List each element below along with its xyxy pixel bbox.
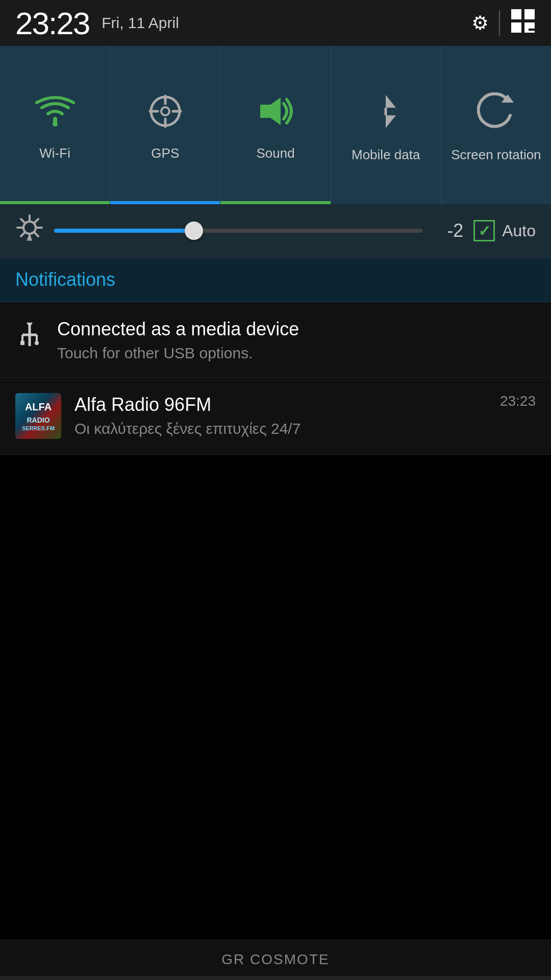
qs-tile-wifi-bar: [0, 201, 110, 204]
divider: [499, 10, 500, 36]
mobile-data-icon: [368, 92, 404, 139]
qs-tile-mobile-bar: [331, 201, 441, 204]
svg-marker-13: [386, 95, 396, 108]
clock: 23:23: [15, 5, 89, 41]
qs-tile-rotation-label: Screen rotation: [451, 147, 541, 163]
radio-logo: ALFARADIO SERRES.FM: [15, 393, 61, 439]
brightness-thumb[interactable]: [185, 222, 203, 240]
qs-tile-screen-rotation[interactable]: Screen rotation: [441, 46, 551, 204]
svg-text:A: A: [27, 234, 33, 242]
brightness-value: -2: [433, 220, 463, 241]
gps-icon: [147, 93, 183, 137]
qs-tile-wifi-label: Wi-Fi: [39, 145, 70, 161]
svg-point-5: [53, 121, 58, 127]
svg-line-23: [35, 233, 38, 236]
svg-line-24: [35, 219, 38, 223]
svg-point-17: [23, 222, 36, 234]
status-icons: ⚙: [471, 8, 536, 38]
svg-line-25: [21, 233, 24, 236]
notification-item-usb[interactable]: Connected as a media device Touch for ot…: [0, 302, 551, 378]
radio-notification-title: Alfa Radio 96FM: [74, 393, 211, 417]
svg-marker-12: [260, 97, 281, 125]
radio-notification-subtitle: Οι καλύτερες ξένες επιτυχίες 24/7: [74, 420, 536, 437]
brightness-settings-icon[interactable]: A: [15, 213, 44, 248]
auto-brightness-label: Auto: [502, 222, 536, 240]
qs-tile-sound-label: Sound: [256, 145, 294, 161]
date: Fri, 11 April: [102, 14, 179, 32]
qs-tile-mobile-data-label: Mobile data: [352, 147, 420, 163]
qs-tile-gps-label: GPS: [151, 145, 179, 161]
rotation-icon: [477, 92, 515, 139]
svg-rect-0: [511, 9, 521, 19]
svg-line-22: [21, 219, 24, 223]
qs-tile-sound[interactable]: Sound: [220, 46, 331, 204]
wifi-icon: [35, 93, 76, 137]
usb-notification-title: Connected as a media device: [57, 317, 536, 341]
brightness-track: [54, 229, 422, 233]
brightness-fill: [54, 229, 194, 233]
auto-brightness-container[interactable]: ✓ Auto: [473, 220, 536, 241]
carrier-label: GR COSMOTE: [221, 951, 329, 968]
svg-point-32: [35, 341, 39, 345]
svg-rect-3: [524, 22, 535, 33]
notifications-title: Notifications: [15, 269, 115, 290]
notification-item-radio[interactable]: ALFARADIO SERRES.FM Alfa Radio 96FM 23:2…: [0, 378, 551, 455]
svg-point-7: [161, 107, 169, 115]
radio-notification-content: Alfa Radio 96FM 23:23 Οι καλύτερες ξένες…: [74, 393, 536, 437]
auto-brightness-checkbox[interactable]: ✓: [473, 220, 495, 241]
qs-tile-wifi[interactable]: Wi-Fi: [0, 46, 110, 204]
usb-icon: [17, 321, 42, 357]
status-bar: 23:23 Fri, 11 April ⚙: [0, 0, 551, 46]
svg-rect-31: [20, 341, 24, 345]
grid-icon[interactable]: [510, 8, 536, 38]
brightness-row: A -2 ✓ Auto: [0, 204, 551, 258]
brightness-slider[interactable]: [54, 228, 422, 234]
usb-notification-subtitle: Touch for other USB options.: [57, 345, 536, 362]
radio-notification-time: 23:23: [500, 393, 536, 409]
check-mark: ✓: [478, 222, 491, 240]
settings-icon[interactable]: ⚙: [471, 12, 489, 34]
svg-rect-1: [524, 9, 535, 19]
qs-tile-sound-bar: [220, 201, 330, 204]
quick-settings-panel: Wi-Fi GPS Sound: [0, 46, 551, 204]
qs-tile-rotation-bar: [441, 201, 551, 204]
qs-tile-gps[interactable]: GPS: [110, 46, 220, 204]
svg-marker-33: [27, 323, 33, 328]
bottom-bar: GR COSMOTE: [0, 939, 551, 980]
svg-rect-2: [511, 22, 521, 33]
notifications-header: Notifications: [0, 258, 551, 302]
usb-notification-content: Connected as a media device Touch for ot…: [57, 317, 536, 362]
sound-icon: [255, 93, 296, 137]
svg-marker-14: [386, 115, 396, 128]
bottom-line: [0, 976, 551, 980]
qs-tile-mobile-data[interactable]: Mobile data: [331, 46, 441, 204]
usb-icon-wrap: [15, 321, 44, 357]
qs-tile-gps-bar: [110, 201, 220, 204]
